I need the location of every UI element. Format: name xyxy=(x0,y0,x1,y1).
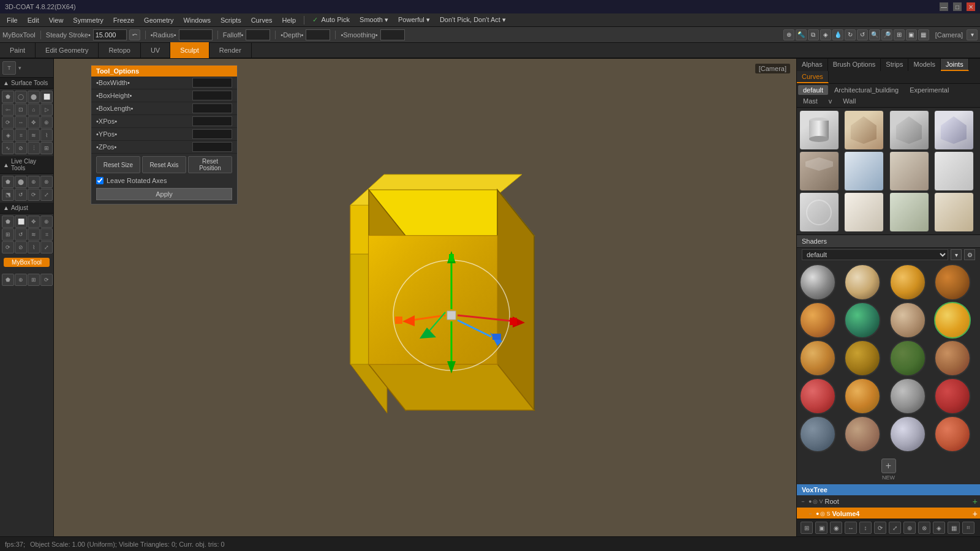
myboxtool-button[interactable]: MyBoxTool xyxy=(4,258,50,267)
shader-12[interactable] xyxy=(934,340,971,377)
extra-4[interactable]: ⟳ xyxy=(40,274,53,286)
menu-smooth[interactable]: Smooth ▾ xyxy=(355,15,393,25)
shader-dropdown[interactable]: default xyxy=(802,249,948,260)
vt-vol-eye-icon[interactable]: ● xyxy=(816,511,819,517)
reset-position-button[interactable]: Reset Position xyxy=(188,156,232,173)
vt-collapse-icon[interactable]: − xyxy=(799,498,807,505)
mat-tab-arch[interactable]: Architectural_building xyxy=(829,85,903,95)
minimize-button[interactable]: — xyxy=(940,2,948,11)
menu-help[interactable]: Help xyxy=(278,15,301,25)
new-shader-btn[interactable]: + NEW xyxy=(881,459,896,481)
cam-icon-1[interactable]: ⊕ xyxy=(783,29,794,40)
cam-icon-10[interactable]: ⊞ xyxy=(894,29,905,40)
menu-geometry[interactable]: Geometry xyxy=(140,15,178,25)
steady-stroke-input[interactable] xyxy=(93,29,127,40)
surface-tool-6[interactable]: ⊡ xyxy=(15,103,27,116)
live-clay-7[interactable]: ⟳ xyxy=(28,189,40,201)
viewport[interactable]: [Camera] Tool_Options •BoxWidth• 35.250 … xyxy=(54,59,796,536)
depth-input[interactable]: 93% xyxy=(306,29,330,40)
box-height-input[interactable]: 15.000 xyxy=(192,91,232,100)
tab-paint[interactable]: Paint xyxy=(0,42,36,58)
cam-icon-4[interactable]: ◈ xyxy=(820,29,831,40)
tab-joints[interactable]: Joints xyxy=(941,59,969,71)
cam-icon-3[interactable]: ⧉ xyxy=(808,29,819,40)
adjust-3[interactable]: ✥ xyxy=(28,216,40,228)
vt-vol-type-icon[interactable]: S xyxy=(826,511,830,517)
reset-size-button[interactable]: Reset Size xyxy=(96,156,140,173)
shader-19[interactable] xyxy=(889,416,926,452)
shader-17[interactable] xyxy=(799,416,836,452)
surface-tool-15[interactable]: ≋ xyxy=(28,129,40,141)
vt-type-icon[interactable]: V xyxy=(819,498,823,504)
rp-icon-3[interactable]: ◉ xyxy=(830,522,842,534)
shader-1[interactable] xyxy=(799,264,836,301)
cam-icon-8[interactable]: 🔍 xyxy=(869,29,880,40)
material-thumb-5[interactable] xyxy=(799,151,839,191)
zpos-input[interactable]: 0 xyxy=(192,142,232,152)
extra-2[interactable]: ⊕ xyxy=(15,274,27,286)
xpos-label[interactable]: •XPos• xyxy=(96,118,192,125)
mat-tab-experimental[interactable]: Experimental xyxy=(905,85,954,95)
material-thumb-2[interactable] xyxy=(844,110,884,150)
cam-icon-9[interactable]: 🔎 xyxy=(881,29,892,40)
menu-autopick[interactable]: ✓ Auto Pick xyxy=(308,15,354,25)
live-clay-3[interactable]: ⊕ xyxy=(28,176,40,188)
box-width-label[interactable]: •BoxWidth• xyxy=(96,79,192,86)
vt-vol-lock-icon[interactable]: ◎ xyxy=(820,511,825,517)
material-thumb-8[interactable] xyxy=(934,151,974,191)
cam-icon-2[interactable]: 🔦 xyxy=(796,29,807,40)
steady-stroke-icon[interactable]: ⤺ xyxy=(129,29,140,40)
mat-tab-mast[interactable]: Mast xyxy=(798,96,823,106)
close-button[interactable]: ✕ xyxy=(967,2,975,11)
adjust-10[interactable]: ⊘ xyxy=(15,241,27,253)
surface-tool-20[interactable]: ⊞ xyxy=(40,142,53,154)
menu-scripts[interactable]: Scripts xyxy=(216,15,246,25)
surface-tool-17[interactable]: ∿ xyxy=(2,142,14,154)
live-clay-2[interactable]: ⬤ xyxy=(15,176,27,188)
adjust-12[interactable]: ⤢ xyxy=(40,241,53,253)
menu-file[interactable]: File xyxy=(2,15,22,25)
maximize-button[interactable]: □ xyxy=(953,2,962,11)
shader-action-btn[interactable]: ▾ xyxy=(951,249,962,260)
material-thumb-9[interactable] xyxy=(799,192,839,232)
surface-tool-7[interactable]: ⌂ xyxy=(28,103,40,116)
surface-tool-10[interactable]: ↔ xyxy=(15,116,27,129)
material-thumb-3[interactable] xyxy=(889,110,929,150)
shader-16[interactable] xyxy=(934,378,971,414)
shaders-section-header[interactable]: Shaders xyxy=(797,234,980,248)
tab-alphas[interactable]: Alphas xyxy=(797,59,828,71)
voxtree-volume-row[interactable]: − ● ◎ S Volume4 + xyxy=(797,508,980,519)
adjust-11[interactable]: ⌇ xyxy=(28,241,40,253)
mat-tab-wall[interactable]: Wall xyxy=(838,96,861,106)
surface-tool-5[interactable]: ⟜ xyxy=(2,103,14,116)
shader-5[interactable] xyxy=(799,302,836,339)
reset-axis-button[interactable]: Reset Axis xyxy=(142,156,186,173)
material-thumb-4[interactable] xyxy=(934,110,974,150)
tool-options-header[interactable]: Tool_Options xyxy=(91,66,237,77)
adjust-7[interactable]: ≋ xyxy=(28,228,40,241)
live-clay-1[interactable]: ⬟ xyxy=(2,176,14,188)
cam-icon-12[interactable]: ▦ xyxy=(918,29,929,40)
tab-render[interactable]: Render xyxy=(209,42,252,58)
extra-3[interactable]: ⊞ xyxy=(28,274,40,286)
tool-icon[interactable]: T xyxy=(2,61,16,75)
box-length-input[interactable]: 22.250 xyxy=(192,103,232,113)
cam-icon-5[interactable]: 💧 xyxy=(832,29,843,40)
tab-brush-options[interactable]: Brush Options xyxy=(828,59,881,71)
rp-icon-2[interactable]: ▣ xyxy=(815,522,827,534)
cam-icon-11[interactable]: ▣ xyxy=(906,29,917,40)
surface-tool-12[interactable]: ⊕ xyxy=(40,116,53,129)
adjust-5[interactable]: ⊞ xyxy=(2,228,14,241)
adjust-2[interactable]: ⬜ xyxy=(15,216,27,228)
shader-15[interactable] xyxy=(889,378,926,414)
adjust-1[interactable]: ⬟ xyxy=(2,216,14,228)
surface-tool-18[interactable]: ⊘ xyxy=(15,142,27,154)
shader-7[interactable] xyxy=(889,302,926,339)
rp-icon-4[interactable]: ↔ xyxy=(845,522,857,534)
rp-icon-6[interactable]: ⟳ xyxy=(874,522,886,534)
leave-rotated-checkbox[interactable] xyxy=(96,177,104,184)
extra-1[interactable]: ⬟ xyxy=(2,274,14,286)
live-clay-5[interactable]: ⬔ xyxy=(2,189,14,201)
vt-lock-icon[interactable]: ◎ xyxy=(813,498,818,504)
rp-icon-5[interactable]: ↕ xyxy=(859,522,872,534)
